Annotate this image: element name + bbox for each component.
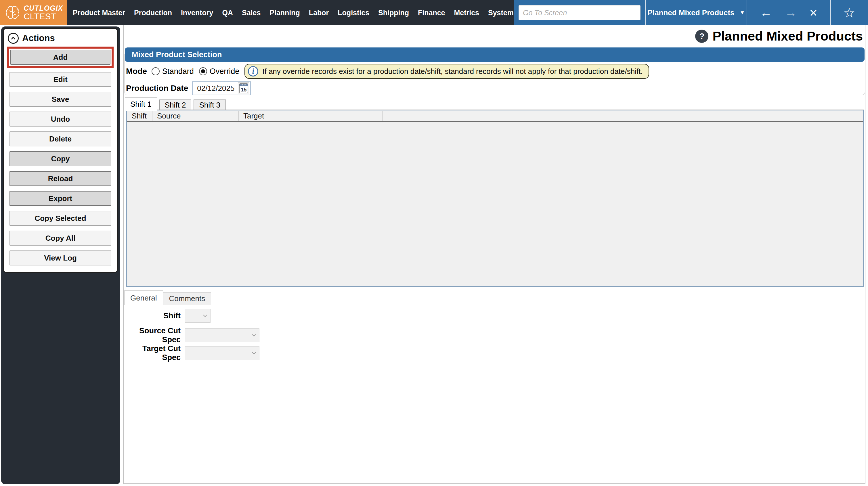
top-navigation-bar: CUTLOGIX CLTEST Product Master Productio… <box>0 0 868 25</box>
target-cut-spec-dropdown[interactable] <box>185 346 259 360</box>
close-icon[interactable]: × <box>810 6 817 19</box>
standard-radio[interactable] <box>152 67 160 75</box>
brand-name: CUTLOGIX <box>24 4 63 12</box>
shift-field-label: Shift <box>126 311 181 321</box>
production-date-input-group: 02/12/2025 15 <box>192 81 251 95</box>
menu-item-product-master[interactable]: Product Master <box>73 9 125 17</box>
environment-name: CLTEST <box>24 12 63 21</box>
go-to-screen-wrap <box>514 5 645 20</box>
override-radio-label[interactable]: Override <box>210 67 240 76</box>
copy-button[interactable]: Copy <box>9 151 111 166</box>
mode-label: Mode <box>126 67 147 76</box>
production-date-label: Production Date <box>126 84 188 93</box>
undo-button[interactable]: Undo <box>9 112 111 126</box>
source-cut-spec-row: Source Cut Spec <box>126 326 259 344</box>
history-controls: ← → × <box>747 0 830 25</box>
mixed-products-grid: Shift Source Target <box>126 110 864 287</box>
app-window: CUTLOGIX CLTEST Product Master Productio… <box>0 0 868 486</box>
tab-shift-3[interactable]: Shift 3 <box>193 99 226 111</box>
view-log-button[interactable]: View Log <box>9 250 111 266</box>
help-icon[interactable]: ? <box>695 30 708 43</box>
screen-selector-dropdown[interactable]: Planned Mixed Products ▼ <box>646 0 747 25</box>
screen-selector-value: Planned Mixed Products <box>648 8 735 17</box>
menu-item-metrics[interactable]: Metrics <box>454 9 479 17</box>
brand-logo: CUTLOGIX CLTEST <box>0 0 67 25</box>
collapse-chevron-icon[interactable] <box>8 33 19 44</box>
menu-item-finance[interactable]: Finance <box>418 9 445 17</box>
brain-logo-icon <box>5 5 21 21</box>
export-button[interactable]: Export <box>9 191 111 206</box>
menu-item-qa[interactable]: QA <box>222 9 233 17</box>
detail-tab-strip: General Comments <box>124 290 211 305</box>
forward-arrow-icon[interactable]: → <box>785 7 797 19</box>
tab-general[interactable]: General <box>124 291 163 305</box>
override-info-message: If any override records exist for a prod… <box>262 67 643 76</box>
mode-row: Mode Standard Override i If any override… <box>126 64 649 79</box>
grid-header-row: Shift Source Target <box>127 111 863 122</box>
actions-title: Actions <box>22 33 55 43</box>
menu-item-sales[interactable]: Sales <box>242 9 260 17</box>
chevron-down-icon: ▼ <box>740 9 745 16</box>
column-header-source[interactable]: Source <box>152 111 239 121</box>
override-radio[interactable] <box>199 67 207 75</box>
menu-item-planning[interactable]: Planning <box>270 9 300 17</box>
tab-comments[interactable]: Comments <box>163 292 211 305</box>
actions-header: Actions <box>4 31 117 47</box>
standard-radio-label[interactable]: Standard <box>162 67 194 76</box>
save-button[interactable]: Save <box>9 92 111 107</box>
menu-item-logistics[interactable]: Logistics <box>338 9 369 17</box>
target-cut-spec-label: Target Cut Spec <box>126 344 181 362</box>
tab-shift-1[interactable]: Shift 1 <box>125 97 157 111</box>
info-icon: i <box>248 66 258 77</box>
quick-access-zone: Planned Mixed Products ▼ ← → × ☆ <box>514 0 868 25</box>
tab-shift-2[interactable]: Shift 2 <box>159 99 191 111</box>
favorite-star-icon[interactable]: ☆ <box>843 5 855 21</box>
column-header-target[interactable]: Target <box>239 111 382 121</box>
back-arrow-icon[interactable]: ← <box>760 7 772 19</box>
page-title-row: ? Planned Mixed Products <box>695 29 863 44</box>
target-cut-spec-row: Target Cut Spec <box>126 344 259 362</box>
menu-item-inventory[interactable]: Inventory <box>181 9 213 17</box>
source-cut-spec-dropdown[interactable] <box>185 328 259 342</box>
go-to-screen-input[interactable] <box>519 5 641 20</box>
override-info-box: i If any override records exist for a pr… <box>245 64 649 79</box>
delete-button[interactable]: Delete <box>9 131 111 146</box>
shift-field-row: Shift <box>126 309 211 323</box>
add-button[interactable]: Add <box>10 50 111 65</box>
main-content-panel: ? Planned Mixed Products Mixed Product S… <box>123 25 865 484</box>
calendar-day: 15 <box>240 87 248 93</box>
production-date-value[interactable]: 02/12/2025 <box>193 84 238 93</box>
menu-item-production[interactable]: Production <box>134 9 172 17</box>
copy-all-button[interactable]: Copy All <box>9 231 111 246</box>
menu-item-labor[interactable]: Labor <box>309 9 329 17</box>
menu-item-system[interactable]: System <box>488 9 514 17</box>
favorite-zone: ☆ <box>831 5 868 21</box>
reload-button[interactable]: Reload <box>9 171 111 186</box>
sidebar: Actions Add Edit Save Undo Delete Copy R… <box>1 26 120 484</box>
source-cut-spec-label: Source Cut Spec <box>126 326 181 344</box>
actions-panel: Actions Add Edit Save Undo Delete Copy R… <box>3 28 118 273</box>
page-title: Planned Mixed Products <box>712 29 863 44</box>
production-date-row: Production Date 02/12/2025 15 <box>126 81 251 95</box>
calendar-icon: 15 <box>239 83 248 93</box>
edit-button[interactable]: Edit <box>9 72 111 87</box>
brand-text: CUTLOGIX CLTEST <box>24 4 63 21</box>
shift-tab-strip: Shift 1 Shift 2 Shift 3 <box>125 97 226 111</box>
copy-selected-button[interactable]: Copy Selected <box>9 211 111 226</box>
add-button-highlight: Add <box>7 47 114 68</box>
grid-body-empty[interactable] <box>127 122 863 285</box>
calendar-picker-button[interactable]: 15 <box>238 83 249 94</box>
shift-dropdown[interactable] <box>185 309 211 323</box>
menu-item-shipping[interactable]: Shipping <box>378 9 409 17</box>
column-header-shift[interactable]: Shift <box>127 111 152 121</box>
main-menu: Product Master Production Inventory QA S… <box>67 0 514 25</box>
